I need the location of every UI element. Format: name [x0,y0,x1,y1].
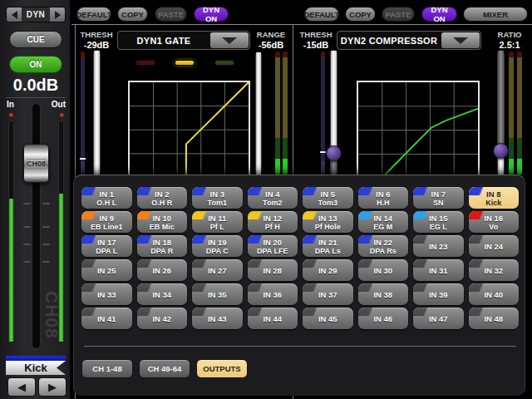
fader-handle[interactable]: CH08 [23,144,49,183]
channel-button-in-40[interactable]: IN 40 [469,283,520,305]
channel-name-label: DPA R [150,247,173,255]
channel-button-in-45[interactable]: IN 45 [303,308,353,329]
channel-button-in-44[interactable]: IN 44 [248,308,298,329]
channel-button-in-18[interactable]: IN 18DPA R [137,235,188,257]
channel-name-label: EB Mic [150,223,175,231]
dyn2-on-button[interactable]: DYN ON [421,7,457,22]
channel-button-in-17[interactable]: IN 17DPA L [81,235,132,257]
channel-button-in-22[interactable]: IN 22DPA Rs [358,235,409,257]
channel-color-swoosh [137,259,162,268]
slider-track [331,51,337,153]
channel-color-swoosh [192,211,217,219]
cue-button[interactable]: CUE [9,31,62,48]
channel-button-in-32[interactable]: IN 32 [469,259,520,281]
channel-button-in-4[interactable]: IN 4Tom2 [248,187,298,209]
dropdown-arrow-button[interactable] [441,32,480,48]
channel-button-in-9[interactable]: IN 9EB Line1 [81,211,132,233]
channel-button-in-3[interactable]: IN 3Tom1 [192,187,243,209]
channel-button-in-42[interactable]: IN 42 [137,308,188,329]
dyn2-copy-button[interactable]: COPY [345,7,376,22]
channel-button-in-2[interactable]: IN 2O.H R [137,187,188,209]
channel-button-in-47[interactable]: IN 47 [413,308,464,329]
meter-in-label: In [7,100,14,109]
channel-color-swoosh [137,235,162,244]
channel-button-in-34[interactable]: IN 34 [137,283,188,305]
channel-button-in-46[interactable]: IN 46 [358,308,409,329]
channel-button-in-19[interactable]: IN 19DPA C [192,235,243,257]
slider-track [498,51,504,150]
channel-button-in-10[interactable]: IN 10EB Mic [137,211,188,233]
channel-button-in-43[interactable]: IN 43 [192,308,243,329]
channel-button-in-1[interactable]: IN 1O.H L [81,187,132,209]
prev-channel-button[interactable]: ◀ [7,377,36,397]
channel-button-in-30[interactable]: IN 30 [358,259,409,281]
next-channel-button[interactable]: ▶ [38,377,66,397]
channel-button-in-28[interactable]: IN 28 [248,259,298,281]
channel-name-label: Tom3 [318,199,337,207]
channel-button-in-39[interactable]: IN 39 [413,283,464,305]
selector-next-button[interactable] [50,7,65,22]
slider-track [94,51,100,177]
channel-button-in-27[interactable]: IN 27 [192,259,243,281]
channel-button-in-26[interactable]: IN 26 [137,259,188,281]
bank-tab-outputs[interactable]: OUTPUTS [196,359,248,378]
gate-led-red [135,60,155,66]
channel-button-in-38[interactable]: IN 38 [358,283,409,305]
channel-button-in-20[interactable]: IN 20DPA LFE [248,235,298,257]
channel-button-in-15[interactable]: IN 15EG L [413,211,464,233]
channel-button-in-48[interactable]: IN 48 [469,308,520,329]
channel-button-in-36[interactable]: IN 36 [248,283,298,305]
channel-button-in-24[interactable]: IN 24 [469,235,520,257]
channel-color-swoosh [137,187,162,195]
channel-color-swoosh [81,235,106,244]
fader-tick [42,244,50,245]
channel-button-in-6[interactable]: IN 6H.H [358,187,409,209]
channel-button-in-29[interactable]: IN 29 [303,259,353,281]
channel-button-in-12[interactable]: IN 12Pf H [248,211,298,233]
channel-button-in-25[interactable]: IN 25 [81,259,132,281]
channel-button-in-13[interactable]: IN 13Pf Hole [303,211,353,233]
dyn2-type-label: DYN2 COMPRESSOR [337,36,441,46]
comp-thresh-knob[interactable] [326,145,342,161]
dyn1-type-dropdown[interactable]: DYN1 GATE [117,31,250,50]
dropdown-arrow-button[interactable] [210,32,249,48]
comp-ratio-knob[interactable] [493,143,509,159]
gate-range-slider[interactable] [255,52,262,175]
dyn1-range-param: RANGE -56dB [252,30,290,50]
arrow-left-icon: ◀ [17,382,26,392]
channel-button-in-7[interactable]: IN 7SN [413,187,464,209]
dyn1-copy-button[interactable]: COPY [117,7,148,22]
channel-button-in-8[interactable]: IN 8Kick [469,187,520,209]
dyn2-default-button[interactable]: DEFAULT [304,7,339,22]
dyn1-default-button[interactable]: DEFAULT [76,7,111,22]
channel-button-in-31[interactable]: IN 31 [413,259,464,281]
channel-button-in-33[interactable]: IN 33 [81,283,132,305]
mixer-button[interactable]: MIXER [463,7,528,22]
dyn1-thresh-param: THRESH -29dB [77,30,116,50]
dyn1-on-button[interactable]: DYN ON [194,7,229,22]
channel-color-swoosh [413,187,438,195]
dyn2-type-dropdown[interactable]: DYN2 COMPRESSOR [337,31,481,50]
bank-tab-ch-49-64[interactable]: CH 49-64 [139,359,190,378]
channel-button-in-21[interactable]: IN 21DPA Ls [303,235,353,257]
selector-prev-button[interactable] [7,7,22,22]
channel-button-in-16[interactable]: IN 16Vo [469,211,520,233]
channel-button-in-5[interactable]: IN 5Tom3 [303,187,353,209]
channel-color-swoosh [192,259,217,268]
channel-button-in-11[interactable]: IN 11Pf L [192,211,243,233]
on-button[interactable]: ON [9,56,62,73]
channel-button-in-37[interactable]: IN 37 [303,283,353,305]
channel-button-in-23[interactable]: IN 23 [413,235,464,257]
channel-button-in-41[interactable]: IN 41 [81,308,132,329]
gate-thresh-slider [93,50,101,176]
channel-name-label: O.H L [96,199,116,207]
channel-name-label: DPA LFE [257,247,288,255]
channel-button-in-35[interactable]: IN 35 [192,283,243,305]
channel-color-swoosh [81,283,106,292]
selector-label: DYN [22,7,50,22]
channel-button-in-14[interactable]: IN 14EG M [358,211,409,233]
comp-out-meter-l [509,52,514,175]
channel-name-label: H.H [377,199,390,207]
bank-tab-ch-1-48[interactable]: CH 1-48 [81,359,133,378]
channel-color-swoosh [413,211,438,219]
